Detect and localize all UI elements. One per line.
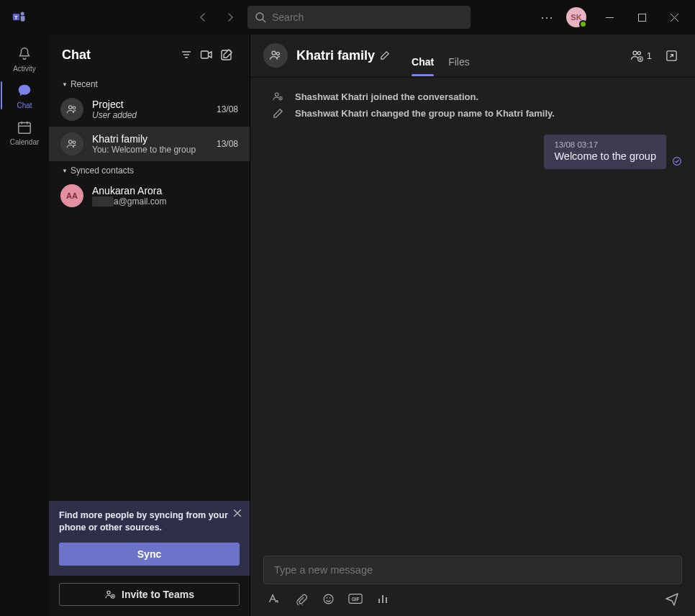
contact-email: xxxxxa@gmail.com: [92, 196, 238, 207]
sync-button[interactable]: Sync: [59, 543, 240, 566]
contact-avatar: AA: [60, 184, 83, 207]
tab-chat[interactable]: Chat: [412, 56, 434, 76]
edit-title-button[interactable]: [379, 50, 390, 61]
nav-forward-button[interactable]: [220, 7, 240, 27]
app-rail: Activity Chat Calendar: [0, 35, 49, 616]
svg-point-2: [21, 12, 24, 16]
participant-count: 1: [647, 50, 652, 61]
profile-avatar[interactable]: SK: [566, 7, 586, 27]
svg-rect-9: [19, 123, 31, 134]
svg-point-40: [673, 158, 681, 166]
svg-point-24: [107, 591, 110, 594]
svg-point-41: [324, 594, 333, 604]
person-add-icon: [271, 91, 285, 102]
search-icon: [255, 12, 266, 23]
section-label: Recent: [71, 79, 98, 89]
section-synced-contacts[interactable]: ▼ Synced contacts: [49, 161, 250, 178]
system-text: Shashwat Khatri changed the group name t…: [295, 108, 555, 119]
svg-point-31: [637, 52, 640, 55]
panel-title: Chat: [62, 47, 176, 63]
promo-text: Find more people by syncing from your ph…: [59, 509, 240, 534]
svg-line-4: [263, 19, 265, 22]
nav-back-button[interactable]: [193, 7, 213, 27]
meet-now-button[interactable]: [196, 45, 217, 65]
svg-text:GIF: GIF: [352, 597, 360, 602]
svg-point-43: [329, 597, 330, 598]
contact-item-anukaran[interactable]: AA Anukaran Arora xxxxxa@gmail.com: [49, 178, 250, 213]
rail-label: Calendar: [10, 138, 40, 146]
message-row-outgoing: 13/08 03:17 Welcome to the group: [263, 135, 682, 169]
search-box[interactable]: [247, 6, 471, 29]
seen-indicator-icon: [672, 156, 682, 166]
message-bubble[interactable]: 13/08 03:17 Welcome to the group: [544, 135, 666, 169]
svg-point-3: [256, 13, 263, 20]
people-add-icon: [630, 48, 644, 63]
emoji-button[interactable]: [321, 592, 335, 606]
minimize-button[interactable]: [594, 0, 626, 35]
chat-list-panel: Chat ▼ Recent Project User added 13/08 K…: [49, 35, 250, 616]
contact-name: Anukaran Arora: [92, 185, 238, 196]
dismiss-promo-button[interactable]: [231, 507, 244, 520]
message-timestamp: 13/08 03:17: [554, 140, 656, 149]
tab-files[interactable]: Files: [448, 56, 470, 76]
message-input[interactable]: [274, 564, 671, 576]
conversation-title: Khatri family: [296, 48, 390, 63]
message-text: Welcome to the group: [554, 150, 656, 162]
rail-label: Chat: [17, 101, 32, 109]
system-message: Shashwat Khatri joined the conversation.: [263, 88, 682, 105]
pencil-icon: [271, 108, 285, 119]
send-button[interactable]: [665, 592, 679, 606]
message-composer[interactable]: [263, 556, 682, 584]
svg-point-29: [276, 53, 279, 55]
svg-point-42: [326, 597, 327, 598]
svg-rect-6: [639, 14, 646, 21]
group-avatar-icon: [263, 43, 288, 68]
svg-point-21: [73, 141, 76, 144]
chat-icon: [17, 83, 32, 99]
svg-rect-16: [201, 51, 209, 58]
chat-list-header: Chat: [49, 35, 250, 75]
svg-point-18: [69, 106, 73, 109]
group-avatar-icon: [60, 98, 83, 121]
new-chat-button[interactable]: [217, 45, 237, 65]
section-recent[interactable]: ▼ Recent: [49, 75, 250, 92]
group-avatar-icon: [60, 132, 83, 155]
filter-button[interactable]: [176, 45, 196, 65]
teams-logo: T: [4, 10, 35, 24]
attach-button[interactable]: [294, 592, 308, 606]
rail-item-calendar[interactable]: Calendar: [1, 114, 48, 150]
maximize-button[interactable]: [626, 0, 658, 35]
rail-item-activity[interactable]: Activity: [1, 40, 48, 77]
calendar-icon: [17, 119, 32, 135]
invite-icon: [104, 589, 116, 600]
search-input[interactable]: [272, 12, 463, 23]
composer-toolbar: GIF: [263, 584, 682, 606]
chat-item-khatri-family[interactable]: Khatri family You: Welcome to the group …: [49, 127, 250, 161]
popout-button[interactable]: [660, 45, 682, 66]
composer-area: GIF: [250, 550, 695, 616]
chat-item-project[interactable]: Project User added 13/08: [49, 92, 250, 127]
svg-text:T: T: [14, 14, 18, 21]
svg-point-28: [272, 51, 276, 55]
section-label: Synced contacts: [71, 166, 134, 176]
format-button[interactable]: [266, 592, 281, 606]
title-bar: T ⋯ SK: [0, 0, 695, 35]
poll-button[interactable]: [376, 592, 390, 606]
chat-name: Khatri family: [92, 133, 208, 145]
presence-available-icon: [579, 20, 587, 28]
invite-to-teams-button[interactable]: Invite to Teams: [59, 583, 240, 606]
close-button[interactable]: [658, 0, 691, 35]
gif-button[interactable]: GIF: [348, 592, 363, 606]
participants-button[interactable]: 1: [630, 48, 652, 63]
more-options-button[interactable]: ⋯: [535, 9, 559, 25]
rail-label: Activity: [13, 65, 36, 73]
svg-point-36: [275, 93, 278, 96]
message-list: Shashwat Khatri joined the conversation.…: [250, 78, 695, 550]
bell-icon: [17, 46, 32, 62]
sync-promo-card: Find more people by syncing from your ph…: [49, 501, 250, 576]
system-text: Shashwat Khatri joined the conversation.: [295, 91, 478, 102]
rail-item-chat[interactable]: Chat: [1, 77, 48, 114]
caret-down-icon: ▼: [62, 168, 68, 174]
chat-date: 13/08: [217, 139, 238, 149]
invite-label: Invite to Teams: [122, 589, 194, 600]
